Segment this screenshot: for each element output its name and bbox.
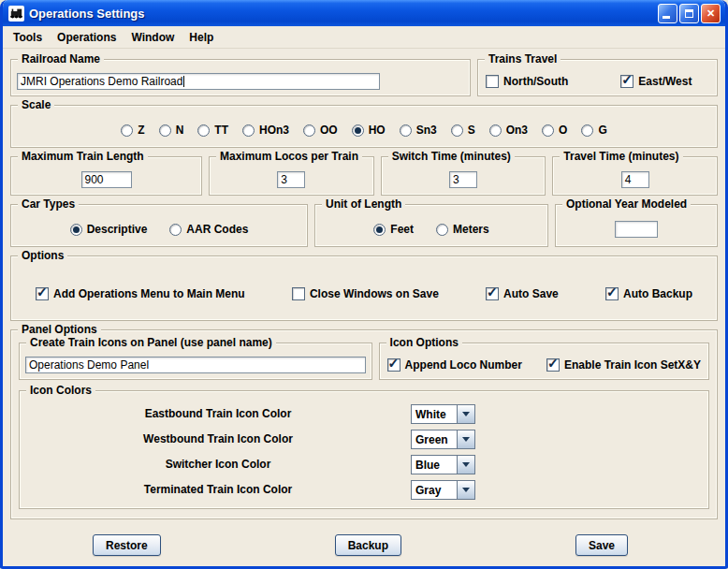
radio-dot[interactable]	[197, 124, 210, 137]
radio-dot[interactable]	[352, 124, 364, 137]
radio-dot[interactable]	[242, 124, 255, 137]
switcher-color-select[interactable]: Blue	[411, 455, 475, 474]
checkbox-box[interactable]	[546, 358, 560, 372]
radio-dot[interactable]	[70, 224, 82, 236]
group-title: Switch Time (minutes)	[388, 150, 515, 163]
checkbox-box[interactable]	[486, 287, 499, 300]
switch-time-group: Switch Time (minutes) 3	[381, 156, 546, 196]
year-modeled-input[interactable]	[615, 221, 658, 238]
radio-feet[interactable]: Feet	[373, 223, 414, 236]
menu-bar: Tools Operations Window Help	[3, 26, 725, 49]
radio-descriptive[interactable]: Descriptive	[70, 223, 148, 236]
radio-dot[interactable]	[169, 224, 182, 236]
max-train-length-group: Maximum Train Length 900	[10, 156, 202, 196]
menu-window[interactable]: Window	[124, 28, 182, 47]
checkbox-box[interactable]	[620, 75, 633, 88]
checkbox-close-windows-on-save[interactable]: Close Windows on Save	[292, 287, 439, 300]
radio-dot[interactable]	[489, 124, 502, 137]
radio-scale-s[interactable]: S	[451, 124, 475, 137]
group-title: Travel Time (minutes)	[560, 150, 682, 163]
radio-scale-tt[interactable]: TT	[197, 124, 228, 137]
checkbox-auto-backup[interactable]: Auto Backup	[605, 287, 692, 300]
radio-dot[interactable]	[542, 124, 554, 137]
railroad-name-input[interactable]: JMRI Operations Demo Railroad	[17, 73, 380, 90]
group-title: Car Types	[18, 197, 79, 211]
radio-meters[interactable]: Meters	[436, 223, 489, 236]
max-locos-group: Maximum Locos per Train 3	[209, 156, 374, 196]
max-locos-input[interactable]: 3	[277, 171, 305, 188]
group-title: Icon Options	[386, 336, 462, 349]
checkbox-auto-save[interactable]: Auto Save	[486, 287, 559, 300]
restore-button[interactable]: Restore	[93, 534, 161, 556]
menu-operations[interactable]: Operations	[50, 28, 124, 47]
dropdown-button[interactable]	[457, 481, 474, 499]
menu-help[interactable]: Help	[182, 28, 221, 47]
eastbound-color-select[interactable]: White	[411, 404, 475, 424]
title-bar: Operations Settings	[3, 0, 725, 26]
checkbox-box[interactable]	[36, 287, 49, 300]
chevron-down-icon	[462, 412, 470, 416]
group-title: Trains Travel	[485, 52, 561, 66]
train-icon[interactable]	[8, 6, 24, 22]
radio-scale-hon3[interactable]: HOn3	[242, 124, 289, 137]
westbound-color-select[interactable]: Green	[411, 430, 475, 449]
checkbox-append-loco-number[interactable]: Append Loco Number	[387, 358, 522, 372]
westbound-color-label: Westbound Train Icon Color	[25, 432, 411, 445]
backup-button[interactable]: Backup	[335, 534, 401, 556]
radio-dot[interactable]	[581, 124, 593, 137]
checkbox-box[interactable]	[387, 358, 400, 372]
group-title: Maximum Train Length	[18, 150, 148, 163]
radio-scale-n[interactable]: N	[159, 124, 184, 137]
radio-dot[interactable]	[451, 124, 463, 137]
radio-dot[interactable]	[373, 224, 386, 236]
dropdown-button[interactable]	[457, 430, 474, 448]
checkbox-enable-train-icon-setxy[interactable]: Enable Train Icon SetX&Y	[546, 358, 701, 372]
year-modeled-group: Optional Year Modeled	[555, 204, 718, 247]
radio-aar-codes[interactable]: AAR Codes	[169, 223, 248, 236]
menu-tools[interactable]: Tools	[6, 28, 50, 47]
terminated-color-row: Terminated Train Icon Color Gray	[25, 478, 703, 501]
car-types-group: Car Types Descriptive AAR Codes	[10, 204, 308, 247]
checkbox-north-south[interactable]: North/South	[486, 75, 568, 88]
panel-options-group: Panel Options Create Train Icons on Pane…	[10, 329, 718, 519]
travel-time-input[interactable]: 4	[621, 171, 649, 188]
close-icon	[706, 7, 715, 20]
group-title: Panel Options	[18, 323, 101, 336]
radio-scale-sn3[interactable]: Sn3	[400, 124, 437, 137]
main-content: Railroad Name JMRI Operations Demo Railr…	[3, 49, 725, 566]
radio-scale-ho[interactable]: HO	[352, 124, 386, 137]
minimize-icon	[662, 16, 670, 19]
radio-dot[interactable]	[121, 124, 133, 137]
radio-scale-oo[interactable]: OO	[303, 124, 338, 137]
radio-dot[interactable]	[303, 124, 315, 137]
terminated-color-label: Terminated Train Icon Color	[25, 483, 411, 496]
dropdown-button[interactable]	[457, 405, 474, 423]
icon-colors-group: Icon Colors Eastbound Train Icon Color W…	[19, 390, 709, 509]
dropdown-button[interactable]	[457, 456, 474, 474]
radio-scale-on3[interactable]: On3	[489, 124, 528, 137]
switch-time-input[interactable]: 3	[449, 171, 477, 188]
terminated-color-select[interactable]: Gray	[411, 480, 475, 500]
close-button[interactable]	[701, 4, 721, 23]
checkbox-box[interactable]	[292, 287, 305, 300]
max-train-length-input[interactable]: 900	[81, 171, 132, 188]
minimize-button[interactable]	[658, 4, 677, 23]
radio-scale-g[interactable]: G	[581, 124, 606, 137]
radio-dot[interactable]	[400, 124, 412, 137]
radio-scale-z[interactable]: Z	[121, 124, 144, 137]
panel-name-input[interactable]: Operations Demo Panel	[25, 357, 366, 373]
save-button[interactable]: Save	[575, 534, 628, 556]
window-controls	[658, 4, 721, 23]
maximize-button[interactable]	[679, 4, 699, 23]
radio-dot[interactable]	[159, 124, 171, 137]
checkbox-add-operations-menu[interactable]: Add Operations Menu to Main Menu	[36, 287, 245, 300]
group-title: Optional Year Modeled	[562, 197, 691, 211]
group-title: Icon Colors	[26, 384, 95, 397]
radio-scale-o[interactable]: O	[542, 124, 567, 137]
radio-dot[interactable]	[436, 224, 448, 236]
checkbox-east-west[interactable]: East/West	[620, 75, 692, 88]
window-title: Operations Settings	[29, 7, 145, 21]
checkbox-box[interactable]	[605, 287, 619, 300]
checkbox-box[interactable]	[486, 75, 499, 88]
checkbox-label: East/West	[638, 75, 692, 88]
